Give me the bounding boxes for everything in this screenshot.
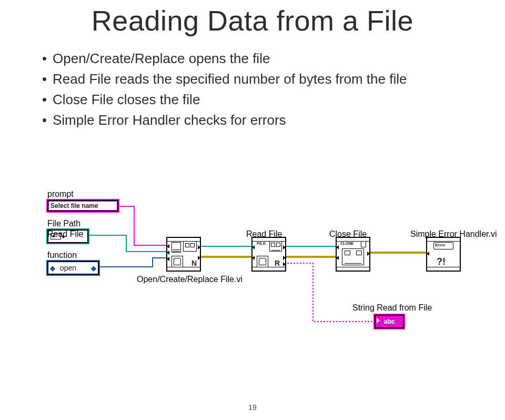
block-diagram: prompt Select file name File Path functi… xyxy=(47,184,500,358)
page-number: 19 xyxy=(0,403,505,412)
function-label: function xyxy=(47,251,77,260)
function-enum: ◆ open ◆ xyxy=(47,261,99,275)
string-indicator: abc xyxy=(375,315,404,328)
string-read-label: String Read from File xyxy=(352,303,432,313)
prompt-label: prompt xyxy=(47,189,74,199)
prompt-constant: Select file name xyxy=(47,200,118,212)
file-path-label: File Path xyxy=(47,219,80,228)
bullet-item: Read File reads the specified number of … xyxy=(42,70,505,88)
bullet-item: Open/Create/Replace opens the file xyxy=(42,49,505,68)
bullet-list: Open/Create/Replace opens the file Read … xyxy=(21,49,505,129)
simple-error-handler-node: Error ?! xyxy=(426,237,461,272)
read-file-label: Read File xyxy=(47,229,83,239)
bullet-item: Simple Error Handler checks for errors xyxy=(42,111,505,129)
open-create-replace-label: Open/Create/Replace File.vi xyxy=(137,275,243,284)
close-file-node: CLOSE xyxy=(336,237,370,272)
read-file-node: FILE R xyxy=(251,237,286,272)
open-create-replace-node: N xyxy=(166,237,201,272)
page-title: Reading Data from a File xyxy=(0,4,505,37)
bullet-item: Close File closes the file xyxy=(42,91,505,109)
